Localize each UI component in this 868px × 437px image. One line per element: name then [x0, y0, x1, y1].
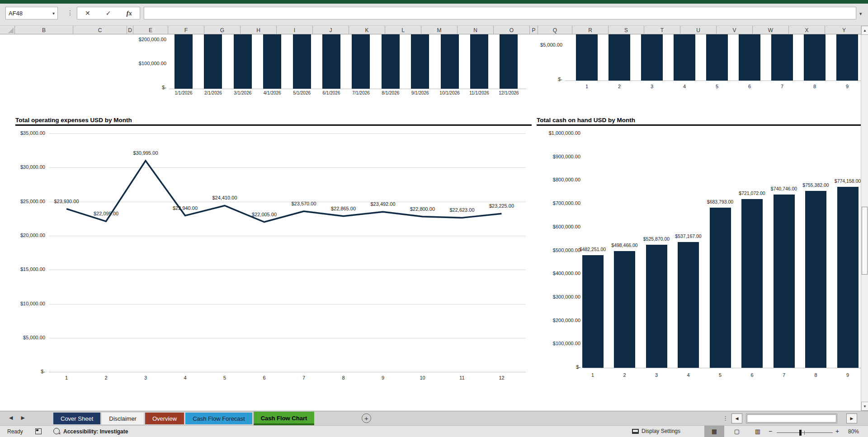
- tab-nav-left-icon[interactable]: ◀: [9, 415, 13, 421]
- select-all-corner[interactable]: [0, 26, 15, 34]
- bar: [678, 242, 699, 368]
- x-axis-category-label: 3: [641, 372, 672, 378]
- x-axis-line: [583, 368, 861, 368]
- column-header-F[interactable]: F: [168, 26, 204, 34]
- macro-record-icon-dot: [36, 429, 38, 431]
- column-header-O[interactable]: O: [494, 26, 530, 34]
- more-options-icon[interactable]: ⋮: [67, 9, 73, 16]
- horizontal-scrollbar-thumb[interactable]: [747, 414, 836, 423]
- page-layout-view-icon[interactable]: ▢: [727, 426, 747, 437]
- display-settings-icon: [632, 429, 639, 434]
- column-header-S[interactable]: S: [609, 26, 644, 34]
- vertical-scrollbar[interactable]: ▲ ▼: [861, 26, 868, 411]
- column-header-X[interactable]: X: [789, 26, 825, 34]
- bar: [741, 199, 763, 368]
- column-header-B[interactable]: B: [15, 26, 73, 34]
- data-label: $537,167.00: [668, 233, 709, 239]
- scroll-left-icon[interactable]: ◀: [731, 413, 742, 423]
- zoom-out-icon[interactable]: −: [769, 428, 772, 435]
- bar: [774, 195, 795, 368]
- y-axis-tick-label: $1,000,000.00: [549, 130, 580, 136]
- hscroll-more-options-icon[interactable]: ⋮: [722, 415, 728, 422]
- name-box[interactable]: AF48 ▾: [5, 7, 58, 19]
- x-axis-category-label: 4: [673, 372, 704, 378]
- chart-total-cash-on-hand[interactable]: $1,000,000.00$900,000.00$800,000.00$700,…: [0, 34, 868, 411]
- macro-record-icon[interactable]: [35, 428, 42, 434]
- x-axis-category-label: 8: [801, 372, 831, 378]
- tab-nav-right-icon[interactable]: ▶: [21, 415, 24, 421]
- x-axis-category-label: 9: [832, 372, 863, 378]
- scroll-up-icon[interactable]: ▲: [861, 26, 868, 35]
- data-label: $498,466.00: [604, 242, 645, 248]
- name-box-value: AF48: [9, 10, 23, 17]
- bar: [837, 187, 859, 368]
- tab-navigation: ◀ ▶: [9, 415, 25, 421]
- y-axis-tick-label: $800,000.00: [553, 177, 580, 182]
- column-header-P[interactable]: P: [530, 26, 538, 34]
- x-axis-category-label: 6: [737, 372, 768, 378]
- formula-bar-expand-icon[interactable]: ▾: [859, 11, 862, 17]
- sheet-tabs: Cover SheetDisclaimerOverviewCash Flow F…: [53, 413, 314, 425]
- column-headers: BCDEFGHIJKLMNOPQRSTUVWXY: [15, 26, 868, 34]
- formula-buttons: ✕ ✓ fx: [77, 7, 140, 19]
- column-header-C[interactable]: C: [73, 26, 127, 34]
- scroll-down-icon[interactable]: ▼: [861, 402, 868, 411]
- display-settings-label: Display Settings: [642, 428, 680, 434]
- column-header-Q[interactable]: Q: [538, 26, 572, 34]
- y-axis-tick-label: $900,000.00: [553, 154, 580, 159]
- column-header-R[interactable]: R: [572, 26, 609, 34]
- column-header-H[interactable]: H: [241, 26, 277, 34]
- y-axis-tick-label: $600,000.00: [553, 224, 580, 229]
- column-header-D[interactable]: D: [127, 26, 133, 34]
- column-header-I[interactable]: I: [277, 26, 313, 34]
- column-header-K[interactable]: K: [349, 26, 385, 34]
- column-header-M[interactable]: M: [421, 26, 458, 34]
- y-axis-tick-label: $200,000.00: [553, 318, 580, 323]
- column-header-U[interactable]: U: [680, 26, 717, 34]
- formula-bar-input[interactable]: [144, 7, 856, 19]
- column-header-N[interactable]: N: [458, 26, 494, 34]
- y-axis-tick-label: $-: [576, 364, 580, 370]
- zoom-in-icon[interactable]: +: [835, 428, 839, 435]
- column-header-G[interactable]: G: [204, 26, 241, 34]
- bar: [614, 251, 635, 368]
- column-header-E[interactable]: E: [133, 26, 168, 34]
- data-label: $683,793.00: [700, 199, 741, 204]
- zoom-slider-thumb[interactable]: [799, 430, 802, 436]
- insert-function-icon[interactable]: fx: [126, 10, 132, 17]
- sheet-tab-bar: ◀ ▶ Cover SheetDisclaimerOverviewCash Fl…: [0, 411, 868, 425]
- status-bar: Ready x Accessibility: Investigate Displ…: [0, 425, 868, 437]
- enter-icon[interactable]: ✓: [106, 10, 111, 17]
- x-axis-category-label: 2: [609, 372, 640, 378]
- y-axis-tick-label: $300,000.00: [553, 294, 580, 299]
- scroll-right-icon[interactable]: ▶: [846, 413, 857, 423]
- cancel-icon[interactable]: ✕: [85, 10, 90, 17]
- bar: [582, 255, 604, 368]
- page-break-view-icon[interactable]: ▥: [748, 426, 768, 437]
- normal-view-icon[interactable]: ▦: [704, 426, 724, 437]
- display-settings-icon-screen: [633, 430, 638, 432]
- accessibility-status[interactable]: Accessibility: Investigate: [63, 428, 128, 435]
- column-header-L[interactable]: L: [385, 26, 421, 34]
- zoom-slider-track[interactable]: [777, 432, 833, 433]
- vertical-scrollbar-thumb[interactable]: [862, 207, 868, 275]
- column-header-J[interactable]: J: [313, 26, 349, 34]
- sheet-tab-overview[interactable]: Overview: [145, 413, 184, 424]
- horizontal-scrollbar[interactable]: [746, 413, 837, 423]
- y-axis-tick-label: $700,000.00: [553, 200, 580, 206]
- spreadsheet-grid[interactable]: $200,000.00$100,000.00$-1/1/20262/1/2026…: [0, 34, 868, 411]
- x-axis-category-label: 5: [705, 372, 736, 378]
- sheet-tab-cash-flow-chart[interactable]: Cash Flow Chart: [254, 412, 315, 425]
- sheet-tab-cash-flow-forecast[interactable]: Cash Flow Forecast: [185, 413, 252, 424]
- name-box-dropdown-icon[interactable]: ▾: [52, 11, 55, 16]
- column-header-Y[interactable]: Y: [825, 26, 863, 34]
- sheet-tab-disclaimer[interactable]: Disclaimer: [102, 413, 144, 424]
- x-axis-category-label: 7: [769, 372, 799, 378]
- sheet-tab-cover-sheet[interactable]: Cover Sheet: [53, 413, 100, 424]
- column-header-W[interactable]: W: [753, 26, 789, 34]
- add-sheet-button[interactable]: +: [362, 413, 371, 423]
- column-header-V[interactable]: V: [717, 26, 753, 34]
- column-header-T[interactable]: T: [644, 26, 680, 34]
- zoom-level-label[interactable]: 80%: [848, 428, 859, 435]
- display-settings-button[interactable]: Display Settings: [632, 428, 680, 434]
